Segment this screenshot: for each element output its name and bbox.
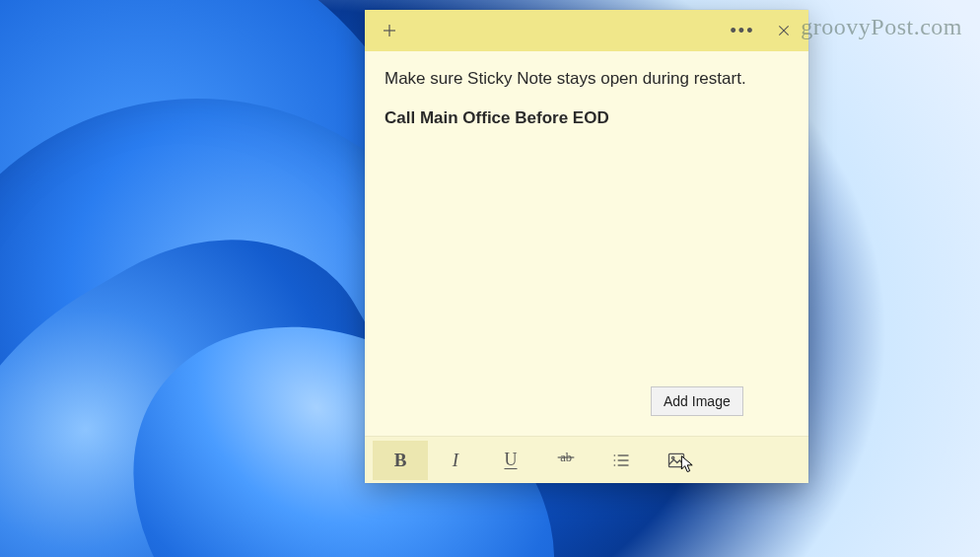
more-options-button[interactable]: •••: [722, 10, 763, 51]
underline-icon: U: [505, 450, 518, 470]
bold-icon: B: [394, 450, 407, 471]
ellipsis-icon: •••: [731, 21, 755, 41]
note-content-area[interactable]: Make sure Sticky Note stays open during …: [365, 51, 808, 436]
note-text-line-bold: Call Main Office Before EOD: [385, 106, 789, 130]
format-toolbar: B I U ab: [365, 436, 808, 483]
note-titlebar[interactable]: •••: [365, 10, 808, 51]
svg-point-11: [614, 464, 616, 466]
strikethrough-button[interactable]: ab: [538, 441, 594, 480]
plus-icon: [381, 22, 398, 39]
svg-rect-12: [669, 453, 684, 466]
svg-point-9: [614, 454, 616, 456]
close-icon: [776, 23, 792, 38]
italic-button[interactable]: I: [428, 441, 483, 480]
svg-point-13: [672, 456, 674, 458]
bullet-list-button[interactable]: [594, 441, 649, 480]
strikethrough-icon: ab: [556, 448, 576, 472]
image-icon: [666, 451, 686, 470]
add-image-button[interactable]: [649, 441, 704, 480]
underline-button[interactable]: U: [483, 441, 538, 480]
note-text-line: Make sure Sticky Note stays open during …: [385, 67, 789, 91]
watermark-text: groovyPost.com: [801, 14, 962, 40]
italic-icon: I: [453, 450, 458, 471]
list-icon: [611, 451, 631, 470]
add-image-tooltip: Add Image: [651, 386, 743, 416]
new-note-button[interactable]: [369, 10, 410, 51]
close-note-button[interactable]: [763, 10, 805, 51]
svg-point-10: [614, 459, 616, 461]
bold-button[interactable]: B: [373, 441, 428, 480]
